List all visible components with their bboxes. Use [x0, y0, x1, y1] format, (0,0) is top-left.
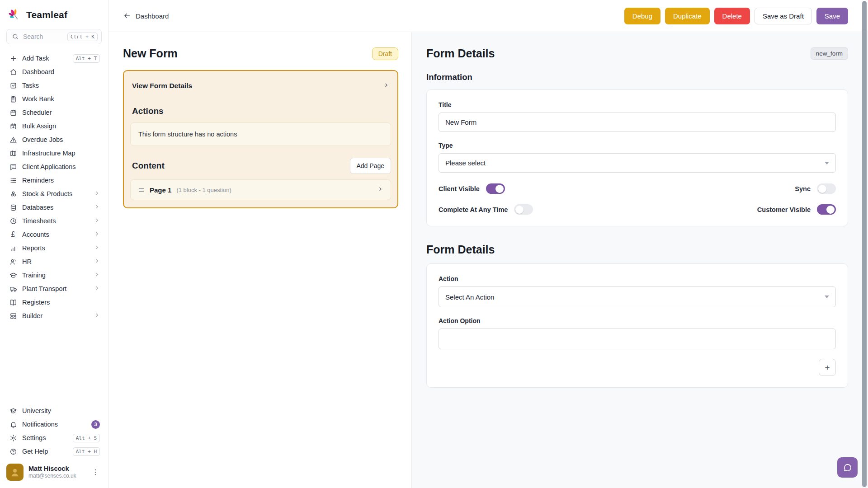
title-field-input[interactable]: [439, 113, 836, 132]
tasks-icon: [9, 81, 17, 89]
back-to-dashboard[interactable]: Dashboard: [123, 12, 169, 20]
debug-button[interactable]: Debug: [624, 8, 660, 24]
information-section-title: Information: [426, 72, 848, 82]
delete-button[interactable]: Delete: [714, 8, 750, 24]
drag-handle-icon[interactable]: [138, 187, 145, 193]
details-heading: Form Details: [426, 47, 495, 60]
chat-bubble-icon: [843, 463, 853, 473]
title-field-label: Title: [439, 101, 836, 108]
sidebar-item-tasks[interactable]: Tasks: [4, 79, 104, 92]
nav-item-label: Plant Transport: [22, 285, 66, 292]
chevron-right-icon: [383, 82, 389, 90]
app-logo[interactable]: Teamleaf: [0, 0, 108, 28]
form-structure-card: View Form Details Actions This form stru…: [123, 70, 398, 208]
sidebar-item-dashboard[interactable]: Dashboard: [4, 65, 104, 79]
chevron-down-icon: [825, 162, 829, 164]
user-profile[interactable]: Matt Hiscock matt@senses.co.uk ⋮: [0, 458, 108, 488]
sidebar-item-accounts[interactable]: £ Accounts: [4, 228, 104, 241]
nav-item-label: Reminders: [22, 177, 54, 184]
sidebar-item-builder[interactable]: Builder: [4, 309, 104, 323]
database-icon: [9, 203, 17, 211]
sidebar-item-infrastructure-map[interactable]: Infrastructure Map: [4, 146, 104, 160]
page-list: Page 1(1 block - 1 question): [124, 179, 397, 200]
actions-section-title: Actions: [124, 100, 397, 122]
chevron-right-icon: [94, 258, 100, 266]
chat-button[interactable]: [837, 457, 858, 478]
nav-item-label: HR: [22, 258, 32, 265]
sidebar-item-settings[interactable]: Settings Alt + S: [4, 431, 104, 445]
nav-item-label: Stock & Products: [22, 190, 72, 197]
view-form-details-row[interactable]: View Form Details: [124, 71, 397, 100]
plus-icon: [9, 54, 17, 62]
search-input[interactable]: Search Ctrl + K: [6, 29, 102, 44]
sidebar-item-registers[interactable]: Registers: [4, 296, 104, 309]
list-icon: [9, 176, 17, 184]
add-action-button[interactable]: +: [819, 359, 836, 376]
nav-item-label: Training: [22, 272, 46, 279]
form-slug-badge: new_form: [811, 47, 848, 60]
sidebar-item-get-help[interactable]: Get Help Alt + H: [4, 445, 104, 458]
form-structure-panel: New Form Draft View Form Details Actions…: [108, 32, 412, 488]
alert-triangle-icon: [9, 136, 17, 144]
sidebar-item-timesheets[interactable]: Timesheets: [4, 214, 104, 228]
sidebar-item-reports[interactable]: Reports: [4, 241, 104, 255]
toggle-row-complete-at-any-time: Complete At Any Time: [439, 204, 637, 215]
sidebar-item-add-task[interactable]: Add Task Alt + T: [4, 52, 104, 65]
dots-vertical-icon[interactable]: ⋮: [89, 467, 102, 478]
scrollbar-thumb[interactable]: [862, 1, 867, 487]
sidebar-item-client-applications[interactable]: Client Applications: [4, 160, 104, 174]
sidebar-item-overdue-jobs[interactable]: Overdue Jobs: [4, 133, 104, 146]
client-visible-toggle[interactable]: [486, 183, 505, 194]
sidebar-item-reminders[interactable]: Reminders: [4, 174, 104, 187]
content-section-title: Content: [132, 161, 165, 171]
sidebar-item-stock-products[interactable]: Stock & Products: [4, 187, 104, 201]
sidebar-item-bulk-assign[interactable]: Bulk Assign: [4, 119, 104, 133]
shortcut-kbd: Alt + S: [73, 434, 100, 442]
sync-toggle[interactable]: [817, 183, 836, 194]
nav-item-label: Builder: [22, 312, 42, 319]
sidebar-item-plant-transport[interactable]: Plant Transport: [4, 282, 104, 296]
sidebar: Teamleaf Search Ctrl + K Add Task Alt + …: [0, 0, 108, 488]
sidebar-item-scheduler[interactable]: Scheduler: [4, 106, 104, 119]
nav-item-label: Databases: [22, 204, 53, 211]
type-select[interactable]: Please select: [439, 153, 836, 173]
duplicate-button[interactable]: Duplicate: [665, 8, 710, 24]
page-row[interactable]: Page 1(1 block - 1 question): [130, 179, 391, 200]
save-button[interactable]: Save: [816, 8, 848, 24]
sidebar-item-work-bank[interactable]: Work Bank: [4, 92, 104, 106]
map-icon: [9, 149, 17, 157]
sidebar-item-university[interactable]: University: [4, 404, 104, 418]
action-select[interactable]: Select An Action: [439, 286, 836, 307]
truck-icon: [9, 285, 17, 293]
customer-visible-toggle[interactable]: [817, 204, 836, 215]
nav-item-label: Dashboard: [22, 68, 54, 75]
help-icon: [9, 447, 17, 455]
search-placeholder: Search: [23, 33, 43, 40]
profile-email: matt@senses.co.uk: [28, 473, 76, 480]
page-scrollbar[interactable]: [861, 0, 868, 488]
toggle-label: Client Visible: [439, 185, 480, 192]
view-form-details-label: View Form Details: [132, 82, 192, 90]
builder-icon: [9, 312, 17, 320]
action-select-value: Select An Action: [445, 293, 494, 301]
toggle-label: Customer Visible: [757, 206, 811, 213]
sidebar-item-notifications[interactable]: Notifications 3: [4, 418, 104, 431]
add-page-button[interactable]: Add Page: [350, 158, 392, 174]
person-icon: [9, 466, 21, 478]
actions-empty-state: This form structure has no actions: [130, 122, 391, 146]
complete-at-any-time-toggle[interactable]: [514, 204, 533, 215]
nav-item-label: Client Applications: [22, 163, 76, 170]
form-details-section-title: Form Details: [426, 243, 848, 256]
save-as-draft-button[interactable]: Save as Draft: [755, 8, 812, 24]
message-icon: [9, 163, 17, 171]
chevron-down-icon: [825, 296, 829, 298]
nav-item-label: Settings: [22, 434, 46, 441]
page-label: Page 1: [150, 186, 171, 194]
search-shortcut-kbd: Ctrl + K: [67, 33, 98, 41]
action-option-input[interactable]: [439, 328, 836, 349]
search-icon: [12, 33, 19, 40]
sidebar-item-training[interactable]: Training: [4, 268, 104, 282]
sidebar-item-hr[interactable]: HR: [4, 255, 104, 268]
pound-icon: £: [9, 230, 17, 239]
sidebar-item-databases[interactable]: Databases: [4, 201, 104, 214]
